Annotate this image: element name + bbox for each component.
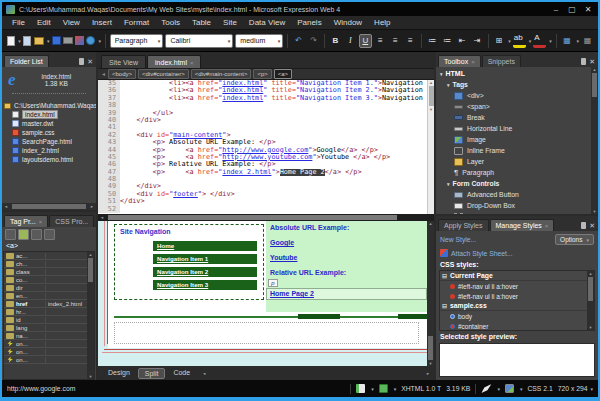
attribute-row-id[interactable]: id xyxy=(4,316,87,324)
style-container[interactable]: #container xyxy=(440,321,587,331)
new-document-dropdown-icon[interactable]: ▾ xyxy=(18,38,21,44)
undo-icon[interactable]: ↶ xyxy=(292,34,305,48)
code-line-45[interactable]: 45 <p> <a href="http://www.youtube.com">… xyxy=(98,154,427,161)
paragraph-style-select[interactable]: Paragraph▾ xyxy=(110,34,164,48)
manage-styles-tab[interactable]: Manage Styles× xyxy=(490,219,555,231)
browser-preview-icon[interactable] xyxy=(86,34,95,47)
code-line-49[interactable]: 49 </div> xyxy=(98,183,427,190)
code-line-37[interactable]: 37 <li><a href="index.html" title="Navig… xyxy=(98,95,427,102)
logo-tool-icon[interactable] xyxy=(75,34,84,47)
attribute-row-en[interactable]: en... xyxy=(4,292,87,300)
layout-grid-icon[interactable]: ▦ xyxy=(581,34,594,48)
left-nav-region[interactable]: Site Navigation HomeNavigation Item 1Nav… xyxy=(114,224,264,300)
attribute-row-on[interactable]: on... xyxy=(4,356,87,364)
highlight-icon[interactable]: ab xyxy=(513,34,526,48)
toolbox-section-tags[interactable]: ▾Tags xyxy=(440,79,589,90)
close-button[interactable]: ✕ xyxy=(580,3,596,16)
menu-table[interactable]: Table xyxy=(186,16,217,29)
new-document-icon[interactable] xyxy=(6,34,15,47)
crumb-div-container[interactable]: <div#container> xyxy=(138,69,189,79)
font-size-select[interactable]: medium▾ xyxy=(235,34,283,48)
nav-button-home[interactable]: Home xyxy=(153,241,257,251)
code-line-38[interactable]: 38 xyxy=(98,102,427,109)
crumb-a[interactable]: <a> xyxy=(274,69,292,79)
crumb-body[interactable]: <body> xyxy=(108,69,136,79)
nav-button-navigation-item-2[interactable]: Navigation Item 2 xyxy=(153,267,257,277)
file-searchpage-html[interactable]: SearchPage.html xyxy=(4,137,96,146)
toolbox-item-horizontal-line[interactable]: Horizontal Line xyxy=(440,123,589,134)
file-index-html[interactable]: index.html xyxy=(4,110,96,119)
attribute-row-co[interactable]: co... xyxy=(4,276,87,284)
font-family-select[interactable]: Calibri▾ xyxy=(165,34,233,48)
show-set-properties-icon[interactable] xyxy=(31,229,42,240)
pin-icon[interactable] xyxy=(79,58,84,65)
new-style-link[interactable]: New Style... xyxy=(440,236,476,243)
styles-vscrollbar[interactable]: ▲▼ xyxy=(587,271,594,330)
menu-view[interactable]: View xyxy=(57,16,86,29)
crumb-div-main-content[interactable]: <div#main-content> xyxy=(191,69,252,79)
indent-icon[interactable]: ⇥ xyxy=(471,34,484,48)
outdent-icon[interactable]: ⇤ xyxy=(456,34,469,48)
toolbox-item-span[interactable]: <span> xyxy=(440,101,589,112)
toolbox-item-form[interactable]: Form xyxy=(440,211,589,214)
code-line-50[interactable]: 50 <div id="footer"> </div> xyxy=(98,191,427,198)
highlight-dropdown-icon[interactable]: ▾ xyxy=(529,38,532,44)
open-dropdown-icon[interactable]: ▾ xyxy=(47,38,50,44)
tab-close-icon[interactable]: × xyxy=(190,60,194,66)
view-tab-design[interactable]: Design xyxy=(102,368,136,379)
font-color-icon[interactable]: A xyxy=(533,34,546,48)
menu-panels[interactable]: Panels xyxy=(291,16,327,29)
tag-properties-tab[interactable]: Tag Pr...× xyxy=(4,215,48,227)
page-icon[interactable] xyxy=(23,34,32,47)
attribute-row-href[interactable]: hrefindex_2.html xyxy=(4,300,87,308)
attribute-row-on[interactable]: on... xyxy=(4,340,87,348)
footer-region[interactable] xyxy=(114,322,419,344)
google-link[interactable]: Google xyxy=(266,231,427,246)
crumb-p[interactable]: <p> xyxy=(253,69,271,79)
code-line-43[interactable]: 43 <p> Absolute URL Example: </p> xyxy=(98,139,427,146)
visual-aids-icon[interactable] xyxy=(481,384,491,393)
table-dropdown-icon[interactable]: ▾ xyxy=(577,38,580,44)
save-icon[interactable] xyxy=(52,34,61,47)
collapse-icon[interactable]: ⊟ xyxy=(442,272,447,279)
apply-styles-tab[interactable]: Apply Styles xyxy=(438,219,489,231)
editor-tab-site-view[interactable]: Site View xyxy=(101,55,146,68)
code-line-46[interactable]: 46 <p> Relative URL Example: </p> xyxy=(98,161,427,168)
menu-edit[interactable]: Edit xyxy=(31,16,57,29)
file-index-2-html[interactable]: index_2.html xyxy=(4,146,96,155)
file-sample-css[interactable]: sample.css xyxy=(4,128,96,137)
p-tag-marker[interactable]: p xyxy=(268,279,278,287)
view-tab-code[interactable]: Code xyxy=(167,368,196,379)
pin-icon[interactable] xyxy=(581,222,586,229)
minimize-button[interactable]: – xyxy=(548,3,564,16)
youtube-link[interactable]: Youtube xyxy=(266,246,427,261)
attach-stylesheet-link[interactable]: Attach Style Sheet... xyxy=(451,250,513,257)
maximize-button[interactable]: ▢ xyxy=(564,3,580,16)
pin-icon[interactable] xyxy=(581,58,586,65)
align-center-icon[interactable]: ≡ xyxy=(389,34,402,48)
open-folder-icon[interactable] xyxy=(34,34,44,47)
print-icon[interactable] xyxy=(63,34,73,47)
tag-properties-vscrollbar[interactable]: ▲▼ xyxy=(87,252,94,379)
code-line-51[interactable]: 51</div> xyxy=(98,198,427,205)
code-line-35[interactable]: 35 <li><a href="index.html" title="Navig… xyxy=(98,80,427,87)
preview-dropdown-icon[interactable]: ▾ xyxy=(98,38,101,44)
toolbox-item-break[interactable]: Break xyxy=(440,112,589,123)
selected-link-box[interactable]: Home Page 2 xyxy=(266,288,427,300)
toolbox-item-image[interactable]: Image xyxy=(440,134,589,145)
panel-splitter[interactable] xyxy=(12,93,86,98)
toolbox-item-layer[interactable]: Layer xyxy=(440,156,589,167)
code-line-44[interactable]: 44 <p> <a href="http://www.google.com">G… xyxy=(98,147,427,154)
main-content-region[interactable]: Absolute URL Example: Google Youtube Rel… xyxy=(266,221,427,312)
panel-close-icon[interactable]: ✕ xyxy=(589,58,595,65)
panel-close-icon[interactable]: ✕ xyxy=(87,58,93,65)
summary-icon[interactable] xyxy=(44,229,55,240)
code-line-39[interactable]: 39 </ul> xyxy=(98,110,427,117)
nav-button-navigation-item-3[interactable]: Navigation Item 3 xyxy=(153,280,257,290)
code-line-42[interactable]: 42 <div id="main-content"> xyxy=(98,132,427,139)
menu-help[interactable]: Help xyxy=(368,16,396,29)
bullet-list-icon[interactable]: ≔ xyxy=(441,34,454,48)
image-tracing-icon[interactable] xyxy=(505,384,514,393)
file-master-dwt[interactable]: master.dwt xyxy=(4,119,96,128)
sort-categories-icon[interactable] xyxy=(5,229,16,240)
